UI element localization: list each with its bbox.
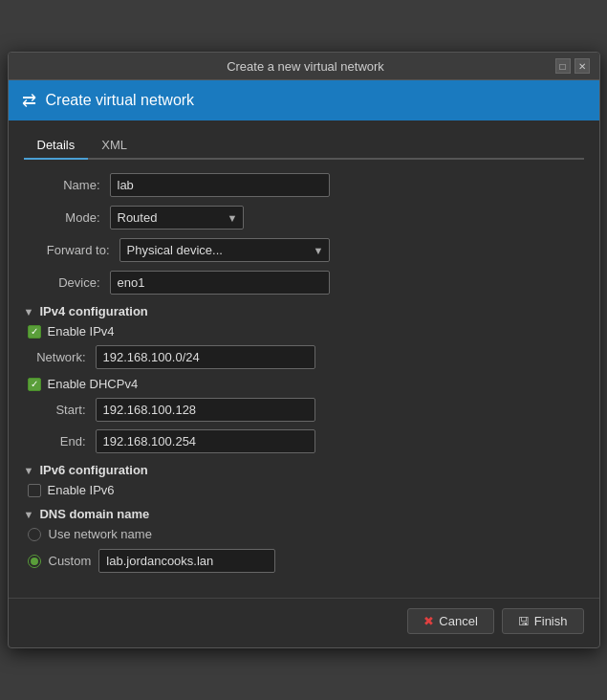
enable-ipv6-checkbox[interactable] — [28, 484, 41, 497]
dns-section-label: DNS domain name — [39, 507, 149, 521]
custom-radio[interactable] — [28, 555, 41, 568]
forward-select-wrapper: Physical device... ▼ — [119, 238, 330, 262]
finish-label: Finish — [534, 614, 568, 628]
mode-select-wrapper: Routed NAT Isolated Open ▼ — [110, 206, 244, 230]
custom-radio-dot — [31, 558, 38, 565]
cancel-button[interactable]: ✖ Cancel — [407, 608, 493, 634]
forward-label: Forward to: — [24, 243, 119, 257]
enable-ipv4-row: ✓ Enable IPv4 — [28, 324, 584, 339]
ipv4-section-label: IPv4 configuration — [39, 304, 147, 318]
tab-xml[interactable]: XML — [88, 132, 141, 158]
ipv6-section-header[interactable]: ▼ IPv6 configuration — [24, 463, 584, 477]
mode-row: Mode: Routed NAT Isolated Open ▼ — [24, 206, 584, 230]
dns-collapse-arrow: ▼ — [24, 509, 34, 520]
use-network-name-row: Use network name — [28, 527, 584, 541]
dialog-header: ⇄ Create virtual network — [9, 80, 599, 120]
ipv6-collapse-arrow: ▼ — [24, 465, 34, 476]
network-row: Network: — [24, 345, 584, 369]
start-label: Start: — [24, 403, 96, 417]
ipv6-section-label: IPv6 configuration — [39, 463, 147, 477]
minimize-button[interactable]: □ — [555, 58, 571, 74]
tab-details[interactable]: Details — [24, 132, 89, 160]
name-input[interactable] — [110, 173, 330, 197]
dhcp-start-row: Start: — [24, 398, 584, 422]
mode-select[interactable]: Routed NAT Isolated Open — [110, 206, 244, 230]
cancel-icon: ✖ — [423, 614, 434, 628]
device-label: Device: — [24, 275, 110, 290]
start-input[interactable] — [96, 398, 315, 422]
enable-dhcp-row: ✓ Enable DHCPv4 — [28, 377, 584, 391]
dns-section-header[interactable]: ▼ DNS domain name — [24, 507, 584, 521]
window-controls: □ ✕ — [555, 58, 590, 74]
enable-ipv6-label: Enable IPv6 — [48, 483, 115, 497]
ipv4-collapse-arrow: ▼ — [24, 306, 34, 317]
network-label: Network: — [24, 350, 96, 364]
device-row: Device: eno1 — [24, 271, 584, 295]
footer: ✖ Cancel 🖫 Finish — [9, 598, 599, 647]
use-network-radio[interactable] — [28, 528, 41, 541]
forward-select[interactable]: Physical device... — [119, 238, 330, 262]
mode-label: Mode: — [24, 210, 110, 225]
custom-label: Custom — [49, 554, 92, 568]
dialog-title: Create virtual network — [46, 92, 195, 109]
tab-bar: Details XML — [24, 132, 584, 160]
forward-row: Forward to: Physical device... ▼ — [24, 238, 584, 262]
cancel-label: Cancel — [439, 614, 477, 628]
name-row: Name: — [24, 173, 584, 197]
content-area: Details XML Name: Mode: Routed NAT Isola… — [9, 120, 599, 592]
window-title: Create a new virtual network — [56, 59, 555, 74]
finish-button[interactable]: 🖫 Finish — [502, 608, 584, 634]
enable-ipv6-row: Enable IPv6 — [28, 483, 584, 497]
enable-dhcp-label: Enable DHCPv4 — [48, 377, 139, 391]
main-window: Create a new virtual network □ ✕ ⇄ Creat… — [8, 52, 600, 648]
dhcp-end-row: End: — [24, 429, 584, 453]
use-network-label: Use network name — [49, 527, 152, 541]
device-value: eno1 — [110, 271, 330, 295]
end-label: End: — [24, 434, 96, 448]
network-input[interactable] — [96, 345, 315, 369]
custom-dns-input[interactable] — [98, 549, 275, 573]
finish-icon: 🖫 — [518, 615, 530, 628]
titlebar: Create a new virtual network □ ✕ — [9, 53, 599, 80]
enable-dhcp-checkbox[interactable]: ✓ — [28, 378, 41, 391]
name-label: Name: — [24, 178, 110, 192]
network-icon: ⇄ — [22, 90, 36, 111]
ipv4-section-header[interactable]: ▼ IPv4 configuration — [24, 304, 584, 318]
enable-ipv4-label: Enable IPv4 — [48, 324, 115, 339]
close-button[interactable]: ✕ — [574, 58, 590, 74]
enable-ipv4-checkbox[interactable]: ✓ — [28, 325, 41, 339]
custom-dns-row: Custom — [28, 549, 584, 573]
end-input[interactable] — [96, 429, 315, 453]
